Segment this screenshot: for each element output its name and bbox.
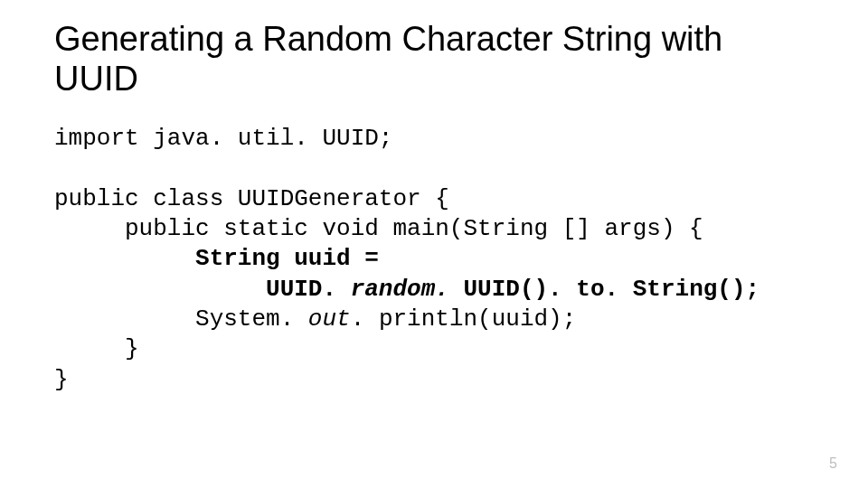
code-line-5a: String uuid =	[54, 245, 379, 272]
code-block: import java. util. UUID; public class UU…	[54, 124, 814, 394]
code-line-3: public class UUIDGenerator {	[54, 185, 449, 212]
slide-title: Generating a Random Character String wit…	[54, 20, 814, 99]
code-line-7: }	[54, 335, 139, 362]
code-line-5c: random.	[351, 276, 464, 303]
code-line-6b: out	[308, 305, 351, 333]
code-line-6c: . println(uuid);	[351, 305, 577, 333]
slide: Generating a Random Character String wit…	[0, 0, 868, 488]
code-line-8: }	[54, 366, 69, 393]
page-number: 5	[829, 455, 837, 472]
code-line-6a: System.	[54, 305, 308, 333]
code-line-4: public static void main(String [] args) …	[54, 215, 703, 242]
code-line-1: import java. util. UUID;	[54, 125, 392, 152]
code-line-5b: UUID.	[54, 276, 351, 303]
code-line-5d: UUID(). to. String();	[463, 276, 760, 303]
